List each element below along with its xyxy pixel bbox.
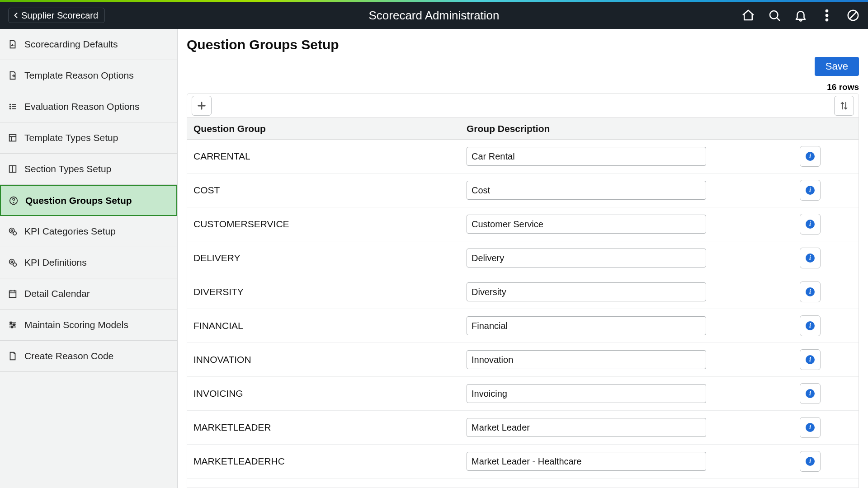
row-info-button[interactable]: i bbox=[800, 349, 821, 370]
sidebar-item-question-groups-setup[interactable]: Question Groups Setup bbox=[0, 185, 177, 216]
group-code: DIVERSITY bbox=[187, 286, 467, 297]
sidebar-icon bbox=[7, 319, 18, 330]
sort-icon bbox=[839, 101, 849, 111]
info-icon: i bbox=[806, 287, 815, 296]
info-icon: i bbox=[806, 321, 815, 330]
col-header-group: Question Group bbox=[187, 123, 467, 134]
group-description-input[interactable] bbox=[467, 147, 706, 166]
sidebar-icon bbox=[7, 288, 18, 299]
group-description-input[interactable] bbox=[467, 249, 706, 267]
table-row: CUSTOMERSERVICEi bbox=[187, 207, 859, 241]
info-icon: i bbox=[806, 457, 815, 466]
info-icon: i bbox=[806, 152, 815, 161]
sidebar-icon bbox=[7, 39, 18, 50]
row-info-button[interactable]: i bbox=[800, 417, 821, 438]
add-row-button[interactable] bbox=[192, 96, 212, 116]
app-header: Supplier Scorecard Scorecard Administrat… bbox=[0, 2, 868, 29]
group-code: MARKETLEADERHC bbox=[187, 456, 467, 467]
table-row: FINANCIALi bbox=[187, 309, 859, 343]
table-row: INVOICINGi bbox=[187, 377, 859, 411]
sidebar-icon bbox=[7, 70, 18, 81]
sidebar-item-label: Detail Calendar bbox=[24, 288, 90, 299]
sidebar-item-label: Evaluation Reason Options bbox=[24, 101, 140, 112]
sidebar-item-template-reason-options[interactable]: Template Reason Options bbox=[0, 60, 177, 91]
table-body[interactable]: CARRENTALiCOSTiCUSTOMERSERVICEiDELIVERYi… bbox=[187, 140, 859, 488]
svg-point-21 bbox=[11, 230, 13, 231]
save-button[interactable]: Save bbox=[815, 57, 859, 76]
info-icon: i bbox=[806, 355, 815, 364]
sidebar-item-label: Section Types Setup bbox=[24, 164, 111, 174]
bell-icon[interactable] bbox=[794, 9, 807, 22]
table-toolbar bbox=[187, 94, 859, 118]
svg-rect-13 bbox=[9, 135, 16, 141]
row-info-button[interactable]: i bbox=[800, 146, 821, 167]
page-title: Question Groups Setup bbox=[187, 37, 859, 52]
kebab-menu-icon[interactable] bbox=[820, 9, 834, 22]
sidebar-item-kpi-definitions[interactable]: KPI Definitions bbox=[0, 247, 177, 278]
sidebar-item-template-types-setup[interactable]: Template Types Setup bbox=[0, 122, 177, 154]
sort-button[interactable] bbox=[834, 96, 854, 116]
svg-point-11 bbox=[10, 108, 11, 109]
svg-rect-26 bbox=[9, 291, 16, 298]
info-icon: i bbox=[806, 186, 815, 195]
row-info-button[interactable]: i bbox=[800, 315, 821, 336]
row-info-button[interactable]: i bbox=[800, 383, 821, 404]
home-icon[interactable] bbox=[741, 9, 755, 22]
svg-point-7 bbox=[10, 104, 11, 105]
sidebar-item-kpi-categories-setup[interactable]: KPI Categories Setup bbox=[0, 216, 177, 247]
group-description-input[interactable] bbox=[467, 181, 706, 200]
svg-point-25 bbox=[13, 263, 16, 266]
group-description-input[interactable] bbox=[467, 282, 706, 301]
row-info-button[interactable]: i bbox=[800, 248, 821, 268]
sidebar-item-label: Maintain Scoring Models bbox=[24, 319, 128, 330]
row-info-button[interactable]: i bbox=[800, 180, 821, 201]
svg-point-9 bbox=[10, 106, 11, 107]
sidebar-item-create-reason-code[interactable]: Create Reason Code bbox=[0, 341, 177, 372]
info-icon: i bbox=[806, 253, 815, 263]
sidebar-item-section-types-setup[interactable]: Section Types Setup bbox=[0, 154, 177, 185]
svg-point-22 bbox=[13, 232, 16, 235]
table-row: CARRENTALi bbox=[187, 140, 859, 174]
block-icon[interactable] bbox=[846, 9, 860, 22]
table-wrapper: Question Group Group Description CARRENT… bbox=[187, 93, 859, 488]
info-icon: i bbox=[806, 389, 815, 398]
group-description-input[interactable] bbox=[467, 350, 706, 369]
row-info-button[interactable]: i bbox=[800, 282, 821, 302]
content-area: Question Groups Setup Save 16 rows Quest… bbox=[178, 29, 868, 488]
svg-rect-33 bbox=[10, 322, 12, 324]
sidebar-item-detail-calendar[interactable]: Detail Calendar bbox=[0, 278, 177, 310]
sidebar-item-label: KPI Categories Setup bbox=[24, 226, 116, 237]
sidebar-item-evaluation-reason-options[interactable]: Evaluation Reason Options bbox=[0, 91, 177, 122]
group-code: FINANCIAL bbox=[187, 320, 467, 331]
main-split: Scorecarding DefaultsTemplate Reason Opt… bbox=[0, 29, 868, 488]
table-row: DELIVERYi bbox=[187, 241, 859, 275]
group-code: CARRENTAL bbox=[187, 151, 467, 162]
table-row: MARKETLEADERHCi bbox=[187, 445, 859, 479]
group-description-input[interactable] bbox=[467, 452, 706, 471]
table-row: DIVERSITYi bbox=[187, 275, 859, 309]
header-title: Scorecard Administration bbox=[368, 9, 499, 23]
svg-rect-35 bbox=[11, 326, 13, 328]
group-code: INNOVATION bbox=[187, 354, 467, 365]
sidebar-item-maintain-scoring-models[interactable]: Maintain Scoring Models bbox=[0, 310, 177, 341]
svg-line-6 bbox=[850, 12, 857, 19]
sidebar: Scorecarding DefaultsTemplate Reason Opt… bbox=[0, 29, 178, 488]
table-header: Question Group Group Description bbox=[187, 118, 859, 140]
group-description-input[interactable] bbox=[467, 418, 706, 437]
search-icon[interactable] bbox=[768, 9, 781, 22]
table-row: COSTi bbox=[187, 174, 859, 207]
header-icons bbox=[741, 9, 860, 22]
sidebar-icon bbox=[7, 257, 18, 268]
group-description-input[interactable] bbox=[467, 215, 706, 234]
group-description-input[interactable] bbox=[467, 316, 706, 335]
row-info-button[interactable]: i bbox=[800, 214, 821, 235]
row-info-button[interactable]: i bbox=[800, 451, 821, 472]
sidebar-item-label: Question Groups Setup bbox=[25, 195, 132, 206]
group-description-input[interactable] bbox=[467, 384, 706, 403]
svg-point-3 bbox=[826, 14, 828, 17]
sidebar-item-label: Template Reason Options bbox=[24, 70, 134, 81]
sidebar-item-scorecarding-defaults[interactable]: Scorecarding Defaults bbox=[0, 29, 177, 60]
sidebar-icon bbox=[7, 226, 18, 237]
back-button[interactable]: Supplier Scorecard bbox=[8, 8, 105, 23]
sidebar-icon bbox=[7, 101, 18, 112]
